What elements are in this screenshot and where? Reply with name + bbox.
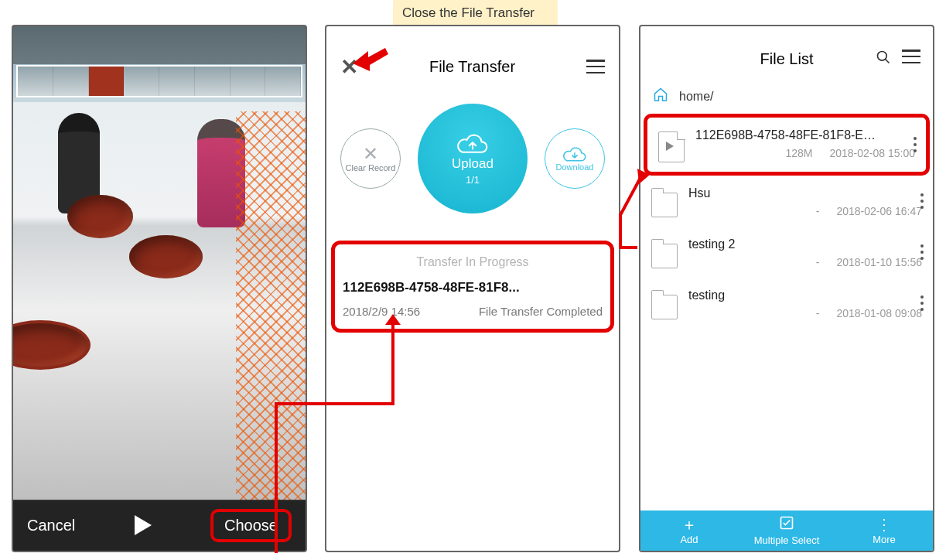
photo-net	[236, 111, 306, 501]
breadcrumb[interactable]: home/	[640, 82, 933, 114]
home-icon	[653, 87, 668, 106]
annotation-arrow	[353, 43, 388, 74]
file-row[interactable]: 112E698B-4758-48FE-81F8-E1E... 128M 2018…	[644, 114, 930, 176]
transfer-timestamp: 2018/2/9 14:56	[343, 305, 420, 318]
check-icon	[779, 515, 794, 533]
download-label: Download	[556, 162, 594, 172]
clear-record-label: Clear Record	[346, 163, 396, 172]
file-transfer-screen: ✕ File Transfer ✕ Clear Record Upload 1/…	[325, 25, 620, 552]
photo-tube	[13, 320, 91, 370]
cancel-button[interactable]: Cancel	[27, 517, 75, 534]
video-file-icon	[658, 131, 685, 162]
annotation-line	[275, 402, 278, 531]
file-date: 2018-02-06 16:47	[836, 205, 922, 217]
breadcrumb-path: home/	[679, 90, 713, 104]
annotation-arrowhead	[385, 314, 401, 325]
search-icon[interactable]	[876, 50, 891, 69]
page-title: File List	[760, 50, 814, 68]
bottom-toolbar: ＋ Add Multiple Select ⋮ More	[640, 510, 933, 551]
play-icon[interactable]	[135, 515, 152, 535]
file-name: testing	[688, 289, 874, 302]
svg-marker-4	[637, 169, 650, 184]
choose-button[interactable]: Choose	[210, 509, 292, 542]
multiple-select-button[interactable]: Multiple Select	[738, 510, 835, 551]
file-row[interactable]: testing 2 - 2018-01-10 15:56	[640, 227, 933, 278]
file-size: -	[788, 205, 819, 217]
svg-line-2	[886, 59, 890, 63]
add-label: Add	[680, 534, 698, 545]
transfer-status: File Transfer Completed	[479, 305, 603, 318]
add-button[interactable]: ＋ Add	[640, 510, 738, 551]
section-label: Transfer In Progress	[343, 255, 603, 269]
plus-icon: ＋	[681, 517, 697, 532]
file-date: 2018-02-08 15:00	[829, 147, 915, 159]
annotation-line	[619, 169, 650, 252]
picker-toolbar: Cancel Choose	[13, 500, 306, 551]
file-name: Hsu	[688, 186, 874, 200]
menu-icon[interactable]	[586, 60, 605, 73]
dots-icon: ⋮	[876, 517, 892, 532]
video-preview	[13, 26, 306, 501]
file-size: -	[788, 307, 819, 319]
upload-button[interactable]: Upload 1/1	[418, 104, 528, 213]
more-icon[interactable]	[920, 193, 924, 209]
more-button[interactable]: ⋮ More	[835, 510, 933, 551]
transfer-file-name: 112E698B-4758-48FE-81F8...	[343, 280, 603, 295]
more-icon[interactable]	[920, 295, 924, 311]
file-size: 128M	[781, 147, 812, 159]
clear-record-button[interactable]: ✕ Clear Record	[340, 128, 401, 189]
folder-icon	[651, 244, 678, 268]
folder-icon	[651, 295, 678, 319]
transfer-progress-card: Transfer In Progress 112E698B-4758-48FE-…	[331, 241, 614, 333]
svg-marker-0	[353, 48, 388, 71]
upload-count: 1/1	[466, 174, 480, 186]
more-icon[interactable]	[914, 137, 917, 152]
multi-label: Multiple Select	[754, 534, 820, 546]
file-row[interactable]: testing - 2018-01-08 09:08	[640, 278, 933, 329]
upload-label: Upload	[452, 156, 493, 172]
more-icon[interactable]	[920, 244, 924, 260]
more-label: More	[873, 534, 896, 545]
video-picker-screen: Cancel Choose	[12, 25, 307, 552]
file-list-screen: File List home/ 112E698B-4758-48FE-81F8-…	[639, 25, 934, 552]
file-name: 112E698B-4758-48FE-81F8-E1E...	[695, 128, 881, 142]
photo-tube	[67, 195, 133, 238]
svg-point-1	[878, 51, 887, 60]
menu-icon[interactable]	[902, 50, 920, 63]
folder-icon	[651, 193, 678, 217]
file-name: testing 2	[688, 237, 874, 251]
page-title: File Transfer	[429, 58, 515, 76]
file-date: 2018-01-10 15:56	[836, 256, 922, 268]
annotation-line	[275, 402, 394, 405]
file-row[interactable]: Hsu - 2018-02-06 16:47	[640, 176, 933, 227]
download-cloud-icon	[563, 145, 586, 162]
download-button[interactable]: Download	[545, 128, 605, 189]
annotation-line	[391, 322, 394, 405]
file-size: -	[788, 256, 819, 268]
video-scrubber[interactable]	[16, 65, 302, 97]
upload-cloud-icon	[457, 132, 488, 154]
file-date: 2018-01-08 09:08	[836, 307, 922, 319]
annotation-line	[275, 530, 278, 553]
photo-tube	[129, 235, 203, 278]
